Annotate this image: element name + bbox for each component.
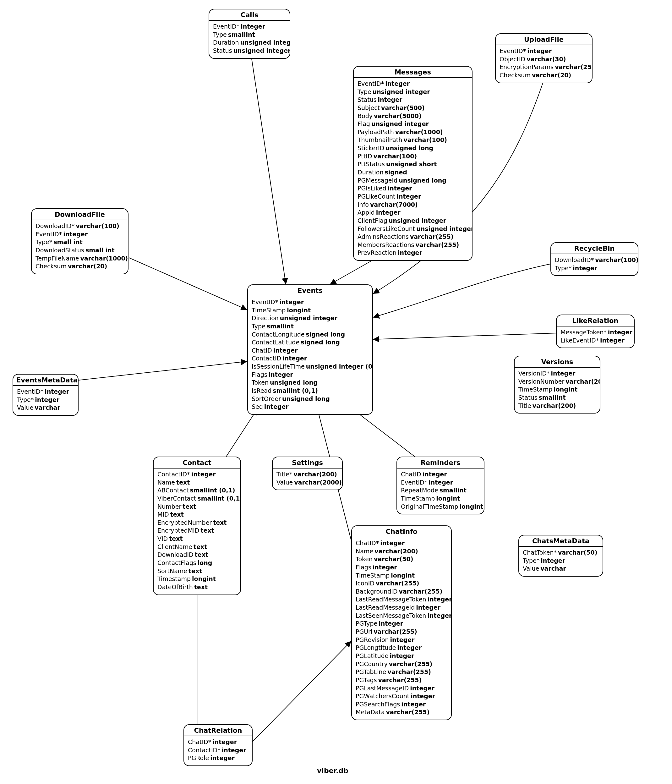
field-name: PttID bbox=[358, 153, 372, 160]
entity-likerelation: LikeRelationMessageToken*integerLikeEven… bbox=[556, 314, 635, 348]
field-name: Checksum bbox=[36, 263, 67, 270]
field-row: Infovarchar(7000) bbox=[358, 201, 468, 209]
field-name: ObjectID bbox=[499, 56, 525, 62]
field-name: IconID bbox=[356, 580, 375, 586]
field-row: PGIsLikedinteger bbox=[358, 184, 468, 193]
field-type: integer bbox=[428, 596, 452, 603]
field-name: PGTabLine bbox=[356, 668, 386, 675]
field-row: ContactID*integer bbox=[188, 746, 248, 754]
field-row: PGUrivarchar(255) bbox=[356, 628, 447, 636]
field-name: PGSearchFlags bbox=[356, 701, 400, 708]
field-row: PayloadPathvarchar(1000) bbox=[358, 128, 468, 136]
field-name: Type bbox=[252, 323, 266, 330]
field-name: Status bbox=[358, 96, 377, 103]
entity-title: Messages bbox=[354, 67, 472, 78]
field-type: integer bbox=[401, 701, 426, 708]
entity-title: ChatsMetaData bbox=[519, 535, 603, 547]
field-row: ContactID*integer bbox=[157, 470, 236, 479]
field-name: ContactLongitude bbox=[252, 331, 305, 338]
field-type: varchar(50) bbox=[558, 549, 597, 556]
diagram-caption: viber.db bbox=[317, 767, 348, 775]
field-name: ChatID* bbox=[188, 739, 211, 745]
field-name: VersionNumber bbox=[518, 378, 564, 385]
field-name: DownloadID bbox=[157, 551, 193, 558]
entity-fields: EventID*integerTimeStamplongintDirection… bbox=[248, 296, 372, 414]
field-row: MIDtext bbox=[157, 510, 236, 519]
field-row: EventID*integer bbox=[17, 388, 74, 396]
field-type: unsigned long bbox=[282, 395, 330, 402]
field-name: DownloadID* bbox=[555, 257, 594, 263]
entity-fields: ChatID*integerNamevarchar(200)Tokenvarch… bbox=[352, 537, 451, 720]
field-name: EncryptedMID bbox=[157, 527, 199, 534]
field-type: integer bbox=[429, 479, 453, 486]
field-row: LastReadMessageTokeninteger bbox=[356, 596, 447, 604]
field-row: PGRoleinteger bbox=[188, 754, 248, 762]
field-row: TimeStamplongint bbox=[356, 572, 447, 580]
field-name: ChatID* bbox=[356, 540, 379, 546]
field-row: DownloadStatussmall int bbox=[36, 246, 124, 255]
field-name: Seq bbox=[252, 403, 263, 410]
field-name: Token bbox=[356, 555, 373, 563]
field-row: BackgroundIDvarchar(255) bbox=[356, 588, 447, 596]
field-name: EventID* bbox=[358, 80, 384, 87]
entity-uploadfile: UploadFileEventID*integerObjectIDvarchar… bbox=[495, 33, 593, 83]
field-name: EventID* bbox=[36, 231, 62, 238]
field-name: PGTags bbox=[356, 677, 377, 683]
field-type: text bbox=[193, 543, 207, 550]
field-row: TempFileNamevarchar(1000) bbox=[36, 255, 124, 263]
field-type: integer bbox=[378, 96, 403, 103]
connector-line bbox=[79, 361, 247, 380]
field-name: Direction bbox=[252, 314, 278, 322]
field-type: smallint bbox=[267, 323, 294, 330]
field-name: ChatID bbox=[252, 347, 272, 354]
field-row: PGRevisioninteger bbox=[356, 636, 447, 644]
field-row: ObjectIDvarchar(30) bbox=[499, 55, 588, 64]
field-type: varchar(20) bbox=[68, 263, 107, 270]
field-type: smallint bbox=[440, 487, 467, 494]
field-type: integer bbox=[279, 299, 304, 305]
field-type: unsigned integer (0, 1) bbox=[306, 363, 373, 370]
field-row: EncryptedNumbertext bbox=[157, 519, 236, 527]
field-type: integer bbox=[423, 471, 447, 478]
field-row: Typesmallint bbox=[252, 322, 369, 331]
field-type: unsigned integer bbox=[373, 88, 430, 95]
field-row: TimeStamplongint bbox=[518, 386, 596, 394]
field-type: integer bbox=[222, 747, 246, 753]
field-row: Numbertext bbox=[157, 503, 236, 511]
field-row: IsReadsmallint (0,1) bbox=[252, 387, 369, 395]
field-name: IsSessionLifeTime bbox=[252, 363, 305, 370]
field-row: SortOrderunsigned long bbox=[252, 395, 369, 403]
field-type: text bbox=[182, 503, 196, 510]
field-name: ContactID bbox=[252, 355, 281, 362]
field-name: MetaData bbox=[356, 709, 385, 716]
field-type: integer bbox=[541, 557, 565, 564]
entity-fields: EventID*integerTypesmallintDurationunsig… bbox=[209, 21, 290, 58]
field-type: integer bbox=[45, 388, 69, 395]
field-type: integer bbox=[35, 396, 59, 403]
field-type: integer bbox=[608, 329, 632, 336]
field-type: integer bbox=[373, 564, 397, 571]
entity-reminders: RemindersChatIDintegerEventID*integerRep… bbox=[397, 457, 484, 514]
field-type: integer bbox=[264, 403, 289, 410]
field-row: PGLastMessageIDinteger bbox=[356, 684, 447, 692]
field-row: Type*integer bbox=[17, 396, 74, 404]
field-type: varchar(255) bbox=[387, 668, 431, 675]
field-type: text bbox=[201, 527, 214, 534]
entity-fields: Title*varchar(200)Valuevarchar(2000) bbox=[273, 468, 342, 490]
field-type: integer bbox=[376, 209, 401, 216]
entity-title: RecycleBin bbox=[551, 243, 638, 254]
field-name: ContactID* bbox=[188, 747, 221, 753]
entity-title: DownloadFile bbox=[32, 209, 128, 220]
field-name: EventID* bbox=[499, 47, 526, 54]
field-type: varchar(200) bbox=[375, 548, 418, 555]
entity-title: UploadFile bbox=[496, 34, 592, 45]
connector-line bbox=[251, 56, 286, 285]
field-name: EncryptionParams bbox=[499, 64, 554, 70]
field-type: integer bbox=[411, 692, 435, 700]
field-type: varchar(200) bbox=[293, 471, 337, 478]
field-type: text bbox=[213, 519, 227, 526]
field-type: unsigned integer bbox=[371, 120, 429, 127]
field-name: OriginalTimeStamp bbox=[401, 503, 458, 510]
field-name: EventID* bbox=[401, 479, 427, 486]
field-row: Tokenunsigned long bbox=[252, 379, 369, 387]
